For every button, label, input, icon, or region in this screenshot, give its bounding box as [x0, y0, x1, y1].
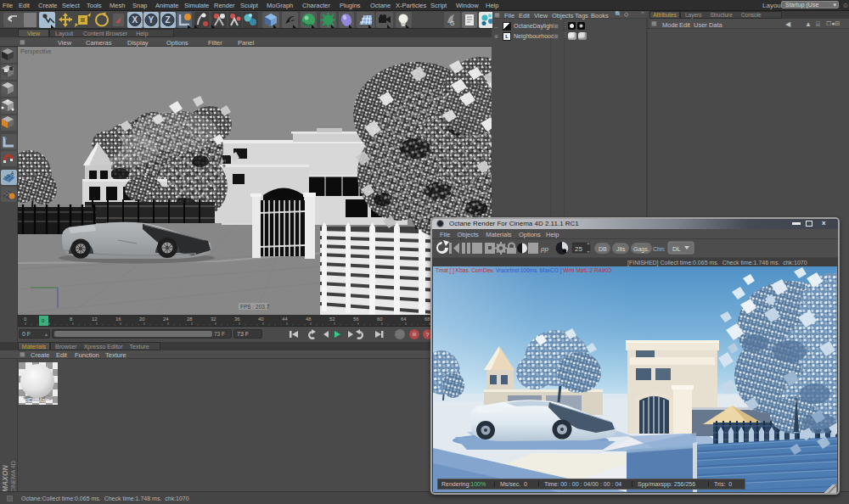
svg-text:24: 24	[163, 316, 169, 322]
svg-text:8: 8	[70, 316, 73, 322]
svg-text:20: 20	[139, 316, 145, 322]
svg-text:12: 12	[92, 316, 98, 322]
svg-text:0: 0	[24, 316, 27, 322]
svg-text:DL: DL	[672, 245, 681, 253]
svg-text:Gags.: Gags.	[633, 246, 649, 253]
svg-text:FPS : 203.7: FPS : 203.7	[240, 304, 270, 310]
svg-text:MAXON: MAXON	[1, 465, 9, 493]
svg-text:G: G	[450, 20, 454, 26]
svg-text:Y: Y	[149, 15, 155, 25]
svg-text:CINEMA 4D: CINEMA 4D	[10, 461, 16, 493]
svg-text:pp: pp	[540, 245, 548, 253]
svg-text:OctDiffMate: OctDiffMate	[20, 397, 50, 403]
svg-text:DB: DB	[599, 246, 607, 252]
svg-text:16: 16	[115, 316, 121, 322]
svg-text:Perspective: Perspective	[20, 48, 52, 55]
svg-text:28: 28	[187, 316, 193, 322]
svg-text:25: 25	[575, 245, 582, 253]
svg-text:48: 48	[306, 316, 312, 322]
svg-text:X: X	[132, 15, 138, 25]
svg-text:?: ?	[426, 332, 430, 338]
svg-text:Z: Z	[166, 15, 171, 25]
svg-text:40: 40	[258, 316, 264, 322]
svg-text:64: 64	[401, 316, 407, 322]
svg-text:32: 32	[211, 316, 216, 322]
svg-text:Jits: Jits	[616, 246, 626, 252]
svg-text:52: 52	[329, 316, 335, 322]
svg-text:60: 60	[377, 316, 383, 322]
svg-text:36: 36	[234, 316, 240, 322]
svg-text:44: 44	[282, 316, 288, 322]
svg-text:Chn:: Chn:	[653, 246, 666, 252]
svg-text:56: 56	[353, 316, 359, 322]
